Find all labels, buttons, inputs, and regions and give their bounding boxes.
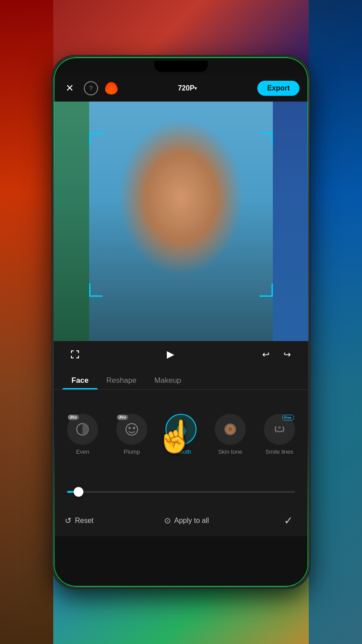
svg-point-3 — [133, 427, 135, 429]
tool-smooth-icon-wrap — [165, 414, 197, 445]
slider-thumb[interactable] — [74, 487, 83, 497]
header-left: ✕ ? — [63, 81, 118, 95]
bottom-fill — [54, 536, 308, 587]
tool-plump[interactable]: Pro Plump — [110, 414, 154, 455]
tab-face[interactable]: Face — [63, 372, 98, 389]
phone-frame: ✕ ? 720P ▾ Export ▶ ↩ ↪ — [52, 56, 310, 588]
slider-area — [54, 479, 308, 505]
reset-icon: ↺ — [65, 516, 71, 526]
svg-point-7 — [278, 426, 281, 429]
tools-area: Pro Even Pro Plump — [54, 390, 308, 479]
apply-to-all-button[interactable]: ⊙ Apply to all — [164, 516, 209, 526]
svg-point-2 — [129, 427, 131, 429]
video-bg-left — [54, 102, 89, 341]
free-badge-smile-lines: Free — [282, 415, 294, 420]
undo-button[interactable]: ↩ — [258, 346, 274, 362]
playback-controls: ▶ ↩ ↪ — [54, 341, 308, 368]
fullscreen-button[interactable] — [67, 346, 83, 362]
redo-button[interactable]: ↪ — [279, 346, 295, 362]
quality-label[interactable]: 720P — [178, 84, 194, 92]
tool-skin-tone-icon-wrap — [215, 414, 246, 445]
bottom-action-bar: ↺ Reset ⊙ Apply to all ✓ — [54, 505, 308, 536]
confirm-button[interactable]: ✓ — [279, 512, 297, 530]
export-button[interactable]: Export — [257, 81, 299, 96]
tab-makeup[interactable]: Makeup — [146, 372, 190, 389]
play-button[interactable]: ▶ — [162, 346, 178, 362]
notch — [154, 61, 208, 72]
tool-skin-tone-label: Skin tone — [218, 448, 242, 455]
quality-dropdown-arrow[interactable]: ▾ — [194, 85, 197, 91]
tool-skin-tone[interactable]: Skin tone — [208, 414, 252, 455]
bg-right-panel — [309, 0, 362, 644]
pro-badge-even: Pro — [68, 415, 79, 420]
tool-plump-label: Plump — [124, 448, 140, 455]
video-bg-right — [273, 102, 308, 341]
close-button[interactable]: ✕ — [63, 81, 77, 95]
tab-reshape[interactable]: Reshape — [98, 372, 146, 389]
apply-to-all-label: Apply to all — [174, 517, 209, 525]
tool-smile-lines-label: Smile lines — [265, 448, 293, 455]
svg-point-1 — [126, 424, 138, 435]
header-center: 720P ▾ — [178, 84, 197, 92]
header-bar: ✕ ? 720P ▾ Export — [54, 75, 308, 102]
slider-track[interactable] — [67, 491, 295, 493]
tool-plump-icon-wrap: Pro — [116, 414, 147, 445]
video-preview — [54, 102, 308, 341]
flame-icon — [105, 82, 118, 94]
notch-area — [54, 57, 308, 75]
pro-badge-plump: Pro — [117, 415, 128, 420]
reset-button[interactable]: ↺ Reset — [65, 516, 94, 526]
reset-label: Reset — [75, 517, 94, 525]
tool-smile-lines-icon-wrap: Free — [264, 414, 295, 445]
tool-even-label: Even — [76, 448, 90, 455]
tool-even-icon-wrap: Pro — [67, 414, 98, 445]
svg-point-6 — [228, 427, 232, 432]
help-button[interactable]: ? — [84, 81, 98, 95]
tool-even[interactable]: Pro Even — [60, 414, 105, 455]
video-face — [54, 102, 308, 341]
tabs-area: Face Reshape Makeup — [54, 368, 308, 390]
tool-smile-lines[interactable]: Free Smile lines — [257, 414, 302, 455]
tool-smooth-label: Smooth — [171, 448, 191, 455]
bg-left-panel — [0, 0, 53, 644]
tool-smooth[interactable]: Smooth — [159, 414, 203, 455]
apply-to-all-icon: ⊙ — [164, 516, 171, 526]
